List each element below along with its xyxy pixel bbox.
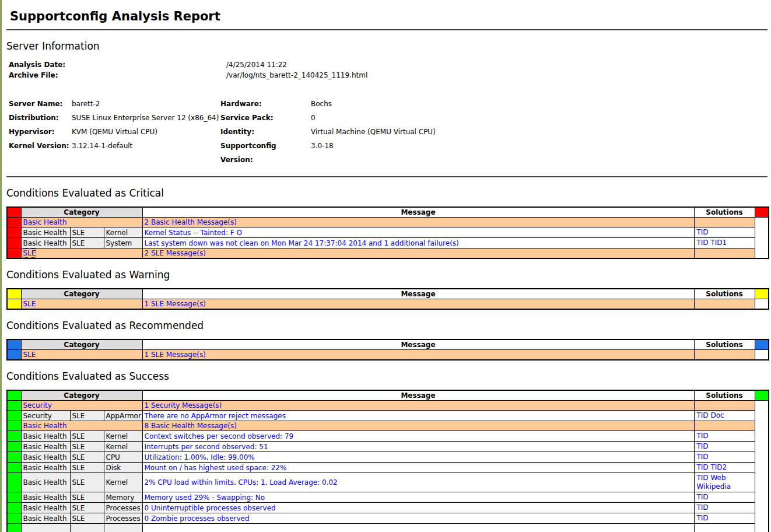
severity-marker (7, 340, 21, 350)
category-cell: SLE (70, 431, 104, 442)
solution-link[interactable]: TID (697, 493, 709, 501)
category-cell: SLE (70, 473, 104, 492)
info-row-archive-file: Archive File: /var/log/nts_barett-2_1404… (9, 70, 768, 80)
solution-link[interactable]: Wikipedia (697, 482, 731, 491)
category-cell: SLE (21, 350, 142, 360)
category-link[interactable]: SLE (23, 249, 36, 257)
category-cell: Disk (104, 463, 142, 473)
solution-link[interactable]: TID (697, 463, 709, 471)
solution-link[interactable]: TID (697, 228, 709, 236)
solution-link[interactable]: TID (697, 453, 709, 461)
message-cell: 0 Zombie processes observed (142, 513, 694, 524)
message-link[interactable]: 2 SLE Message(s) (145, 249, 206, 257)
message-cell (142, 524, 694, 532)
category-cell: Kernel (104, 473, 142, 492)
message-cell: 0 Uninterruptible processes observed (142, 503, 694, 513)
category-cell: Processes (104, 513, 142, 524)
solution-link[interactable]: Doc (710, 411, 724, 419)
category-cell: Basic Health (21, 452, 70, 463)
field-value: KVM (QEMU Virtual CPU) (72, 125, 220, 139)
message-cell: Interrupts per second observed: 51 (142, 442, 694, 452)
message-link[interactable]: 8 Basic Health Message(s) (145, 422, 237, 430)
category-cell: Basic Health (21, 503, 70, 513)
message-link[interactable]: 1 SLE Message(s) (145, 300, 206, 308)
message-link[interactable]: 2% CPU load within limits, CPUs: 1, Load… (145, 478, 338, 487)
info-row-kernel-version: Kernel Version: 3.12.14-1-default Suppor… (9, 139, 768, 167)
severity-marker (7, 442, 21, 452)
field-value: barett-2 (72, 97, 220, 111)
solutions-cell (694, 350, 755, 360)
message-link[interactable]: Interrupts per second observed: 51 (145, 443, 268, 451)
severity-marker (7, 249, 21, 259)
solution-link[interactable]: TID (697, 239, 709, 247)
table-row: Basic HealthSLEKernelKernel Status -- Ta… (7, 228, 769, 238)
severity-marker (7, 431, 21, 442)
message-link[interactable]: Kernel Status -- Tainted: F O (145, 229, 242, 237)
conditions-table-recommended: CategoryMessageSolutionsSLE1 SLE Message… (6, 339, 769, 360)
message-link[interactable]: 1 SLE Message(s) (145, 351, 206, 359)
category-cell (21, 524, 70, 532)
category-cell: Basic Health (21, 463, 70, 473)
solutions-cell: TID (694, 503, 755, 513)
message-cell: There are no AppArmor reject messages (142, 411, 694, 421)
severity-marker (7, 524, 21, 532)
solution-link[interactable]: TID1 (710, 239, 727, 247)
severity-marker (7, 411, 21, 421)
solution-link[interactable]: TID2 (710, 463, 727, 471)
category-cell: System (104, 238, 142, 249)
solution-link[interactable]: TID (697, 514, 709, 522)
solution-link[interactable]: TID (697, 411, 709, 419)
message-link[interactable]: Last system down was not clean on Mon Ma… (145, 239, 459, 247)
solution-link[interactable]: TID (697, 503, 709, 512)
message-cell: Kernel Status -- Tainted: F O (142, 228, 694, 238)
severity-marker (7, 228, 21, 238)
solution-link[interactable]: TID (697, 442, 709, 450)
message-link[interactable]: Memory used 29% - Swapping: No (145, 494, 265, 502)
message-cell: 1 SLE Message(s) (142, 299, 694, 310)
category-cell: Kernel (104, 431, 142, 442)
message-link[interactable]: 0 Zombie processes observed (145, 514, 250, 523)
category-link[interactable]: Security (23, 401, 52, 410)
message-link[interactable]: Context switches per second observed: 79 (145, 432, 294, 440)
message-link[interactable]: 2 Basic Health Message(s) (145, 218, 237, 226)
severity-marker (7, 473, 21, 492)
table-row: Basic HealthSLEKernelContext switches pe… (7, 431, 769, 442)
field-label: Identity: (220, 125, 311, 139)
field-value: 3.12.14-1-default (72, 139, 220, 167)
table-header-row: CategoryMessageSolutions (7, 340, 769, 350)
solutions-cell (694, 421, 755, 431)
field-label: Distribution: (9, 111, 72, 125)
title-divider (6, 29, 768, 30)
severity-marker (7, 390, 21, 401)
message-cell: 1 Security Message(s) (142, 401, 694, 411)
solutions-cell: TID (694, 492, 755, 503)
severity-marker (7, 452, 21, 463)
solution-link[interactable]: Web (710, 474, 726, 482)
category-cell: Basic Health (21, 238, 70, 249)
supportconfig-report-page: { "page": { "title": "Supportconfig Anal… (0, 0, 771, 532)
solutions-cell: TID (694, 452, 755, 463)
category-cell: Basic Health (21, 442, 70, 452)
solutions-cell: TID Doc (694, 411, 755, 421)
field-value: /var/log/nts_barett-2_140425_1119.html (226, 70, 367, 80)
table-header-row: CategoryMessageSolutions (7, 289, 769, 299)
message-link[interactable]: 1 Security Message(s) (145, 401, 222, 410)
section-heading-warning: Conditions Evaluated as Warning (6, 269, 768, 281)
table-row: SecuritySLEAppArmorThere are no AppArmor… (7, 411, 769, 421)
category-cell: SLE (70, 492, 104, 503)
message-link[interactable]: Utilization: 1.00%, Idle: 99.00% (145, 453, 255, 461)
category-link[interactable]: Basic Health (23, 218, 67, 226)
category-link[interactable]: Basic Health (23, 422, 67, 430)
category-cell: SLE (70, 442, 104, 452)
solution-link[interactable]: TID (697, 432, 709, 440)
category-cell: Basic Health (21, 228, 70, 238)
message-link[interactable]: There are no AppArmor reject messages (145, 412, 286, 420)
solution-link[interactable]: TID (697, 474, 709, 482)
message-link[interactable]: 0 Uninterruptible processes observed (145, 504, 276, 512)
category-cell: SLE (70, 238, 104, 249)
message-link[interactable]: Mount on / has highest used space: 22% (145, 464, 287, 472)
category-link[interactable]: SLE (23, 300, 36, 308)
table-row: Basic HealthSLEProcesses0 Uninterruptibl… (7, 503, 769, 513)
info-row-server-name: Server Name: barett-2 Hardware: Bochs (9, 97, 768, 111)
category-link[interactable]: SLE (23, 351, 36, 359)
